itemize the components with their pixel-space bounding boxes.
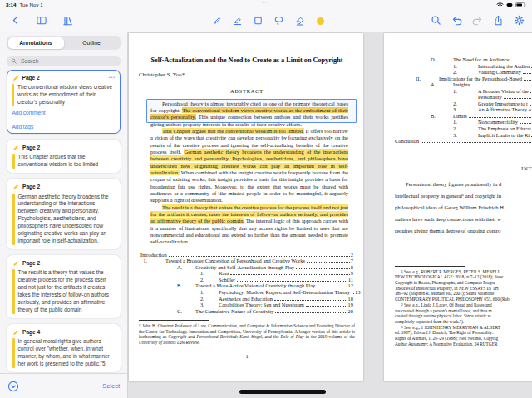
toc-label: Valuing Community [478,69,521,76]
footnote-line: CONTEMPORARY POLITICAL PHILOSOPHY 653, 6… [395,297,532,302]
annotation-card-selected[interactable]: Page 2 ••• The conventional wisdom views… [7,70,121,134]
toc-label: The Cumulative Nature of Creativity [195,308,273,315]
toc-label: Implications for the Personhood-Based [439,76,522,82]
footnote-line: ³ See, e.g., 1 JOHN HENRY MERRYMAN & ALB… [395,325,532,331]
annotation-text: This Chapter argues that the conventiona… [18,154,116,169]
highlight-marker-icon [12,259,20,267]
view-sidebar-button[interactable] [36,15,47,27]
abstract: Personhood theory is almost invariably c… [150,101,348,246]
toc-number: A. [431,81,453,88]
document-author: Christopher S. Yoo* [139,71,355,77]
page-number: 1 [139,353,355,359]
annotation-text: The conventional wisdom views creative w… [17,84,116,106]
toc-entry: 2. Valuing Community [395,69,532,76]
table-of-contents-continued: D. The Need for an Audience 1. Internali… [395,57,532,145]
annotation-text: In general moral rights give authors con… [18,338,116,368]
annotation-page-label: Page 2 [22,184,40,189]
annotation-card[interactable]: Page 2 The result is a theory that value… [7,255,121,318]
toc-entry: 2. Schiller 11 [140,277,353,283]
sidebar-footer: Select [0,373,127,398]
library-button[interactable] [62,15,73,27]
footnote-line: Copyright in Books, Phonographs, and Com… [395,280,532,286]
toc-dot-leader [317,287,347,287]
annotation-card[interactable]: Page 2 This Chapter argues that the conv… [7,140,121,173]
annotation-page-label: Page 2 [22,260,40,266]
footnote: * John H. Chestnut Professor of Law, Com… [139,323,355,345]
document-viewport[interactable]: Self-Actualization and the Need to Creat… [128,32,532,398]
settings-gear-icon[interactable] [513,15,525,27]
home-indicator[interactable] [239,390,326,394]
search-box[interactable] [7,56,121,66]
toc-label: Aesthetics and Education [219,296,273,302]
toc-number: 1. [200,289,219,296]
toc-number: 3. [453,132,478,139]
add-tags-link[interactable]: Add tags [12,124,116,130]
toc-page-number: 18 [348,296,353,302]
more-options-icon[interactable]: ••• [109,75,116,80]
toc-page-number: 12 [348,283,353,289]
collapse-circle-button[interactable] [7,381,19,392]
toolbar [0,9,532,32]
footnote-line: Author Autonomy: A Normative Evaluation,… [395,341,532,347]
search-input[interactable] [19,57,116,65]
color-swatch-yellow[interactable] [314,15,326,27]
footnote-line: are created through a person's mental la… [395,308,532,314]
highlight-annotation[interactable]: This Chapter argues that the conventiona… [162,128,304,134]
undo-button[interactable] [451,15,462,27]
toc-dot-leader [230,274,349,275]
toc-entry: D. The Need for an Audience [395,57,532,63]
highlight-marker-icon [12,144,20,151]
highlighter-tool-button[interactable] [231,15,243,27]
tab-outline[interactable]: Outline [64,37,120,49]
toc-page-number: 7 [351,258,353,264]
toc-label: A Broader Vision of the [478,88,529,95]
accessory-battery-icon [506,2,513,7]
toc-number: 2. [200,296,219,302]
toc-label: Limits [453,113,467,120]
select-button[interactable]: Select [102,382,120,390]
redo-button[interactable] [471,15,483,27]
toc-page-number: 19 [348,302,353,308]
annotation-card[interactable]: Page 4 In general moral rights give auth… [7,324,121,372]
toc-entry: Introduction 2 [140,252,353,258]
footnote-italic-journal: University of Illinois Law Review [139,340,199,345]
multitasking-dots-icon[interactable]: ··· [263,0,270,5]
document-page-1: Self-Actualization and the Need to Creat… [129,33,363,381]
toc-number: I. [144,258,165,264]
toc-page-number: 20 [348,308,353,315]
toc-dot-leader [275,312,347,313]
highlight-marker-icon [12,183,20,190]
tab-annotations[interactable]: Annotations [8,37,64,49]
toc-entry: B. Limits [395,113,532,120]
yellow-color-dot [317,17,324,25]
toc-dot-leader [471,86,532,86]
document-title: Self-Actualization and the Need to Creat… [139,57,355,65]
app-screen: 3:14 Tue Nov 1 ··· [0,0,532,398]
annotation-list: Page 2 ••• The conventional wisdom views… [0,70,127,374]
search-button[interactable] [430,15,441,27]
toc-number: A. [177,264,195,271]
toc-number: D. [431,57,453,63]
toc-number: 3. [200,302,219,308]
toc-entry: 2. Greater Importance to t [395,101,532,107]
share-button[interactable] [492,15,504,27]
toc-dot-leader [524,80,532,81]
lasso-tool-button[interactable] [273,15,284,27]
toc-entry: II. Implications for the Personhood-Base… [395,76,532,82]
toc-number: 1. [453,63,478,70]
add-comment-link[interactable]: Add comment [12,110,116,115]
toc-label: Insights [453,81,470,88]
pen-tool-button[interactable] [210,15,222,27]
toc-label: Introduction [140,252,167,258]
footnote-line: NEW TECHNOLOGICAL AGE: 2018, at 7–12 (20… [395,274,532,280]
shape-tool-button[interactable] [252,15,264,27]
abstract-paragraph: The result is a theory that values the c… [150,204,348,246]
toc-entry: Conclusion [395,138,532,145]
toc-label: Personality [478,94,502,101]
toc-label: Noncommerciality [478,119,518,125]
footnote-line: Rights of Authors, 1, 26–29 (1988); Neil… [395,336,532,341]
annotation-card[interactable]: Page 2 German aesthetic theory broadens … [7,179,121,249]
toc-entry: 3. An Affirmative Theory o [395,106,532,113]
eraser-tool-button[interactable] [293,15,305,27]
back-button[interactable] [10,15,22,27]
